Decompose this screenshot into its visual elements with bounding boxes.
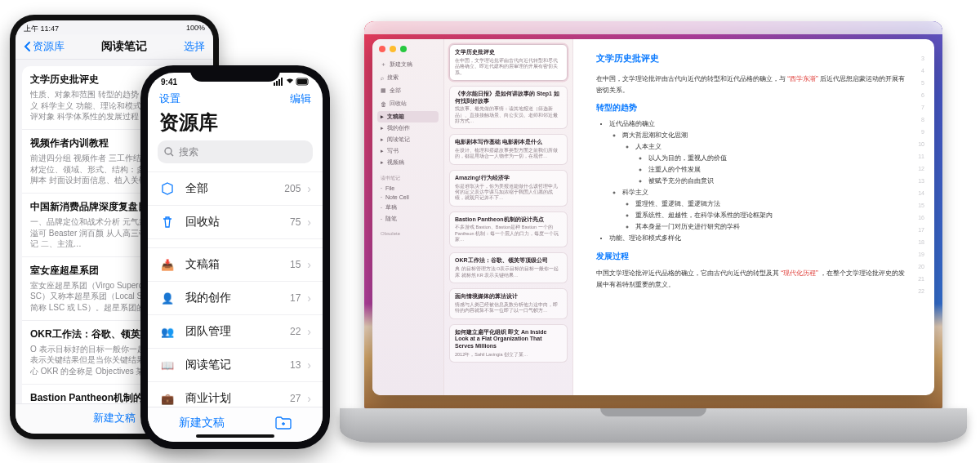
trash-icon: 🗑 — [381, 101, 386, 107]
svg-line-7 — [171, 154, 173, 156]
sidebar-search[interactable]: ⌕搜索 — [377, 72, 439, 83]
svg-point-6 — [165, 148, 172, 154]
settings-button[interactable]: 设置 — [159, 91, 180, 106]
sidebar-item[interactable]: ·随笔 — [377, 213, 439, 225]
doc-card[interactable]: Bastion Pantheon机制的设计亮点不多游戏 Bastion、Bast… — [449, 211, 568, 248]
chevron-right-icon: › — [307, 392, 311, 405]
folder-all[interactable]: 全部 205 › — [148, 172, 323, 206]
sidebar-group-label: 读书笔记 — [377, 175, 439, 182]
sidebar-item[interactable]: ▸我的创作 — [377, 122, 439, 134]
edit-button[interactable]: 编辑 — [290, 91, 311, 106]
new-doc-button[interactable]: 新建文稿 — [179, 416, 225, 430]
folder-row[interactable]: 👥团队管理22› — [148, 315, 323, 349]
search-input[interactable]: 搜索 — [158, 140, 313, 163]
doc-card[interactable]: 面向情境媒体的算法设计情感与人类已经被信息及数分析他力这中向，即特的内容就算不算… — [449, 288, 568, 319]
sidebar-trash[interactable]: 🗑回收站 — [377, 98, 439, 109]
status-bar: 上午 11:47 100% — [16, 20, 213, 34]
status-indicators — [274, 78, 310, 87]
svg-rect-0 — [274, 82, 275, 86]
folder-plus-icon — [275, 416, 292, 430]
laptop-base — [340, 408, 967, 443]
doc-h3: 发展过程 — [596, 251, 911, 262]
doc-card[interactable]: OKR工作法：谷歌、领英等顶级公司典 的目标管理方法 O表示目标的目标一般你一起… — [449, 252, 568, 283]
chevron-right-icon: › — [307, 292, 311, 305]
folder-row[interactable]: 👤我的创作17› — [148, 282, 323, 315]
chevron-right-icon: › — [307, 182, 311, 195]
document-list: 文学历史批评史在中国，文学理论批评由古代向近代转型和尽代品格确立、即近代建构的层… — [444, 39, 573, 395]
bullet-list: 近代品格的确立 两大哲思潮和文化思潮 人本主义 以人为目的，重视人的价值 注重人… — [596, 118, 911, 244]
person-icon: 👤 — [159, 290, 176, 306]
svg-rect-3 — [281, 78, 283, 86]
doc-card[interactable]: 电影剧本写作基础 电影剧本是什么在设计、梳理和搭建故事类型方面之前我们所做的，都… — [449, 134, 568, 165]
home-indicator — [196, 434, 274, 438]
svg-rect-5 — [297, 79, 307, 84]
macbook: ＋新建文稿 ⌕搜索 ▦全部 🗑回收站 ▸文稿箱▸我的创作▸阅读笔记▸写书▸视频稿… — [340, 21, 967, 443]
sidebar: ＋新建文稿 ⌕搜索 ▦全部 🗑回收站 ▸文稿箱▸我的创作▸阅读笔记▸写书▸视频稿… — [372, 39, 444, 395]
sidebar-item[interactable]: ▸写书 — [377, 145, 439, 157]
people-icon: 👥 — [159, 323, 176, 340]
line-numbers: 345678910111213141516171819202122 — [918, 52, 924, 297]
doc-card[interactable]: 如何建立扁平化组织 即文 An Inside Look at a Flat Or… — [449, 324, 568, 363]
menubar — [364, 21, 942, 34]
app-window: ＋新建文稿 ⌕搜索 ▦全部 🗑回收站 ▸文稿箱▸我的创作▸阅读笔记▸写书▸视频稿… — [372, 39, 934, 395]
sidebar-item[interactable]: ▸视频稿 — [377, 157, 439, 168]
sidebar-item[interactable]: ▸阅读笔记 — [377, 134, 439, 145]
svg-rect-1 — [276, 81, 278, 86]
svg-rect-2 — [278, 79, 280, 86]
chevron-right-icon: › — [307, 258, 311, 271]
iphone: 9:41 设置 编辑 资源库 搜索 全部 205 › 回收站 75 — [140, 65, 330, 449]
chevron-left-icon — [24, 42, 31, 51]
library-heading: 资源库 — [148, 106, 323, 140]
folder-row[interactable]: 📖阅读笔记13› — [148, 349, 323, 382]
trash-icon — [159, 214, 176, 230]
doc-card[interactable]: 文学历史批评史在中国，文学理论批评由古代向近代转型和尽代品格确立、即近代建构的层… — [449, 44, 568, 81]
doc-title: 文学历史批评史 — [596, 52, 911, 65]
back-button[interactable]: 资源库 — [24, 39, 65, 54]
tray-icon: 📥 — [159, 256, 176, 273]
doc-paragraph: 在中国，文学理论批评由古代向近代的转型和近代品格的确立，与 “西学东渐” 后近代… — [596, 73, 911, 96]
doc-h3: 转型的趋势 — [596, 102, 911, 114]
editor[interactable]: 345678910111213141516171819202122 文学历史批评… — [573, 39, 934, 395]
page-title: 阅读笔记 — [101, 39, 147, 54]
doc-card[interactable]: 《李尔能日报》是如何讲故事的 Step1 如何找到好故事找故事、最先做的事情：读… — [449, 86, 568, 130]
folder-trash[interactable]: 回收站 75 › — [148, 206, 323, 239]
sidebar-group-label: Obsolete — [377, 231, 439, 236]
new-folder-button[interactable] — [275, 416, 292, 430]
chevron-right-icon: › — [307, 358, 311, 372]
chevron-right-icon: › — [307, 216, 311, 229]
sidebar-all[interactable]: ▦全部 — [377, 85, 439, 96]
sidebar-item[interactable]: ·Note Cell — [377, 193, 439, 202]
new-doc-button[interactable]: ＋新建文稿 — [377, 59, 439, 70]
briefcase-icon: 💼 — [159, 390, 176, 407]
cube-icon — [159, 180, 176, 197]
search-icon — [164, 147, 174, 157]
sidebar-item[interactable]: ·File — [377, 184, 439, 193]
status-time: 上午 11:47 — [24, 24, 59, 34]
select-button[interactable]: 选择 — [184, 39, 205, 54]
status-time: 9:41 — [161, 78, 177, 87]
search-icon: ⌕ — [381, 75, 384, 81]
folder-row[interactable]: 📥文稿箱15› — [148, 248, 323, 282]
sidebar-item[interactable]: ·草稿 — [377, 202, 439, 213]
book-open-icon: 📖 — [159, 357, 176, 373]
status-battery: 100% — [186, 24, 205, 34]
notch — [190, 65, 280, 82]
traffic-lights[interactable] — [377, 44, 439, 57]
doc-card[interactable]: Amazing!行为经济学你是谁取决于，你为美报道能做什么该哲理中几何的定义表达… — [449, 170, 568, 207]
chevron-right-icon: › — [307, 325, 311, 338]
doc-paragraph: 中国文学理论批评近代品格的确立，它由古代向近代的转型及其 “现代化历程” ，在整… — [596, 267, 911, 290]
sidebar-item[interactable]: ▸文稿箱 — [377, 111, 439, 122]
